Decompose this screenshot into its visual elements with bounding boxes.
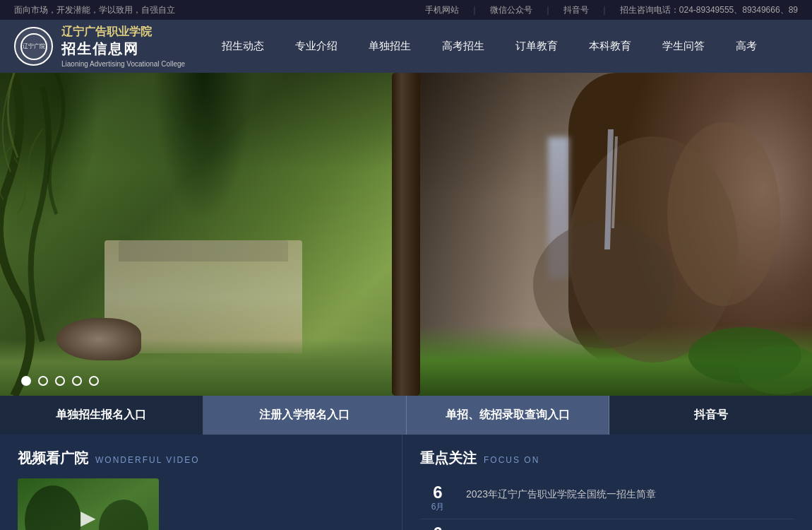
- phone-label: 招生咨询电话：024-89349555、89349666、89: [620, 4, 798, 16]
- video-thumbnail[interactable]: [18, 478, 159, 530]
- nav-item-dandu[interactable]: 单独招生: [353, 20, 426, 73]
- ground-right: [406, 325, 812, 396]
- focus-date-1: 6 6月: [420, 484, 455, 513]
- top-bar-slogan: 面向市场，开发潜能，学以致用，自强自立: [14, 4, 175, 16]
- focus-title-main: 重点关注: [420, 449, 477, 468]
- hero-panel-left: [0, 73, 406, 396]
- action-btn-single-enroll[interactable]: 单独招生报名入口: [0, 396, 203, 435]
- lower-section: 视频看广院 WONDERFUL VIDEO: [0, 435, 812, 530]
- top-bar-links: 手机网站 ｜ 微信公众号 ｜ 抖音号 ｜ 招生咨询电话：024-89349555…: [425, 4, 798, 16]
- nav-item-zhaosheng[interactable]: 招生动态: [206, 20, 280, 73]
- rock-formation: [568, 73, 812, 363]
- nav-item-gaokao[interactable]: 高考招生: [426, 20, 500, 73]
- action-btn-register[interactable]: 注册入学报名入口: [203, 396, 407, 435]
- nav-item-zhuanye[interactable]: 专业介绍: [280, 20, 353, 73]
- focus-day-2: 6: [420, 525, 455, 530]
- logo-icon: 辽宁广院: [14, 27, 53, 66]
- nav-bar: 辽宁广院 辽宁广告职业学院 招生信息网 Liaoning Advertising…: [0, 20, 812, 73]
- hero-panel-right: [406, 73, 812, 396]
- slider-dots: [21, 376, 99, 386]
- nav-links: 招生动态 专业介绍 单独招生 高考招生 订单教育 本科教育 学生问答 高考: [206, 20, 798, 73]
- focus-items-list: 6 6月 2023年辽宁广告职业学院全国统一招生简章 6 6月: [420, 478, 794, 530]
- mobile-site-link[interactable]: 手机网站: [425, 4, 459, 16]
- video-title-sub: WONDERFUL VIDEO: [95, 455, 200, 465]
- dot-2[interactable]: [38, 376, 48, 386]
- waterfall: [548, 137, 569, 278]
- dot-1[interactable]: [21, 376, 31, 386]
- focus-month-1: 6月: [420, 501, 455, 513]
- dot-3[interactable]: [55, 376, 65, 386]
- focus-text-1: 2023年辽宁广告职业学院全国统一招生简章: [466, 484, 656, 502]
- divider3: ｜: [600, 4, 609, 16]
- nav-item-wenda[interactable]: 学生问答: [647, 20, 720, 73]
- focus-section-title: 重点关注 FOCUS ON: [420, 449, 794, 468]
- focus-item-2[interactable]: 6 6月: [420, 519, 794, 530]
- divider2: ｜: [544, 4, 552, 16]
- action-btn-query-label: 单招、统招录取查询入口: [446, 408, 570, 423]
- hero-collage: [0, 73, 812, 396]
- action-btn-single-enroll-label: 单独招生报名入口: [56, 408, 146, 423]
- college-name-cn: 辽宁广告职业学院: [61, 25, 185, 40]
- wechat-link[interactable]: 微信公众号: [490, 4, 532, 16]
- video-section-title: 视频看广院 WONDERFUL VIDEO: [18, 449, 384, 468]
- college-name-en: Liaoning Advertising Vocational College: [61, 60, 185, 68]
- action-buttons-row: 单独招生报名入口 注册入学报名入口 单招、统招录取查询入口 抖音号: [0, 396, 812, 435]
- svg-text:辽宁广院: 辽宁广院: [23, 43, 45, 49]
- focus-date-2: 6 6月: [420, 525, 455, 530]
- action-btn-douyin-label: 抖音号: [694, 408, 728, 423]
- douyin-link[interactable]: 抖音号: [563, 4, 589, 16]
- action-btn-douyin[interactable]: 抖音号: [609, 396, 812, 435]
- action-btn-query[interactable]: 单招、统招录取查询入口: [407, 396, 610, 435]
- top-bar: 面向市场，开发潜能，学以致用，自强自立 手机网站 ｜ 微信公众号 ｜ 抖音号 ｜…: [0, 0, 812, 20]
- focus-item-1[interactable]: 6 6月 2023年辽宁广告职业学院全国统一招生简章: [420, 478, 794, 519]
- focus-title-sub: FOCUS ON: [484, 455, 539, 465]
- focus-day-1: 6: [420, 484, 455, 501]
- video-section: 视频看广院 WONDERFUL VIDEO: [0, 435, 402, 530]
- action-btn-register-label: 注册入学报名入口: [259, 408, 350, 423]
- rock-left: [56, 318, 141, 360]
- logo-area: 辽宁广院 辽宁广告职业学院 招生信息网 Liaoning Advertising…: [14, 25, 185, 68]
- nav-item-gaokao2[interactable]: 高考: [720, 20, 772, 73]
- video-title-main: 视频看广院: [18, 449, 88, 468]
- dot-4[interactable]: [72, 376, 82, 386]
- logo-text: 辽宁广告职业学院 招生信息网 Liaoning Advertising Voca…: [61, 25, 185, 68]
- nav-item-benke[interactable]: 本科教育: [573, 20, 647, 73]
- site-title: 招生信息网: [61, 40, 185, 59]
- hero-banner: [0, 73, 812, 396]
- focus-section: 重点关注 FOCUS ON 6 6月 2023年辽宁广告职业学院全国统一招生简章…: [402, 435, 812, 530]
- divider1: ｜: [470, 4, 479, 16]
- nav-item-dingdan[interactable]: 订单教育: [500, 20, 573, 73]
- dot-5[interactable]: [89, 376, 99, 386]
- center-tree-trunk: [392, 73, 420, 396]
